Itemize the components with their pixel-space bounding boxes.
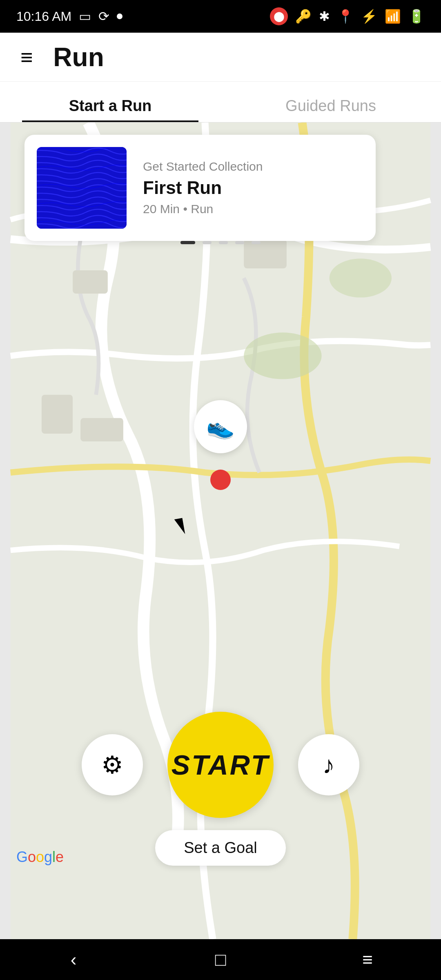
card-run-meta: 20 Min • Run	[143, 202, 363, 216]
back-nav-button[interactable]: ‹	[57, 943, 90, 976]
svg-rect-4	[42, 395, 73, 434]
svg-point-7	[330, 258, 392, 297]
home-nav-button[interactable]: □	[204, 943, 237, 976]
card-run-title: First Run	[143, 178, 363, 198]
set-goal-button[interactable]: Set a Goal	[155, 830, 286, 866]
menu-nav-button[interactable]: ≡	[351, 943, 384, 976]
record-cam-icon: ⬤	[274, 11, 285, 22]
tab-start-a-run[interactable]: Start a Run	[0, 82, 220, 122]
card-content: Get Started Collection First Run 20 Min …	[143, 160, 363, 216]
status-right-icons: ⬤ 🔑 ✱ 📍 ⚡ 📶 🔋	[270, 7, 425, 25]
map-area: Get Started Collection First Run 20 Min …	[0, 122, 441, 939]
location-dot	[210, 470, 231, 490]
status-left: 10:16 AM ▭ ⟳	[16, 9, 122, 24]
carousel-dot-4[interactable]	[235, 241, 244, 244]
tab-guided-runs-label: Guided Runs	[285, 97, 376, 122]
app-header: ≡ Run	[0, 33, 441, 82]
carousel-dots	[0, 241, 441, 244]
carousel-dot-2[interactable]	[203, 241, 212, 244]
start-button-label: START	[172, 749, 270, 781]
tab-guided-runs[interactable]: Guided Runs	[220, 82, 441, 122]
rotate-icon: ⟳	[98, 9, 109, 24]
status-bar: 10:16 AM ▭ ⟳ ⬤ 🔑 ✱ 📍 ⚡ 📶 🔋	[0, 0, 441, 33]
card-image-art	[37, 147, 127, 229]
svg-point-6	[244, 332, 321, 379]
key-icon: 🔑	[295, 9, 312, 24]
carousel-dot-5[interactable]	[252, 241, 261, 244]
shoe-icon: 👟	[206, 413, 235, 440]
featured-card[interactable]: Get Started Collection First Run 20 Min …	[24, 135, 376, 241]
back-icon: ‹	[71, 949, 77, 970]
video-icon: ▭	[79, 9, 91, 24]
carousel-dot-3[interactable]	[219, 241, 228, 244]
music-icon: ♪	[323, 751, 335, 779]
settings-button[interactable]: ⚙	[82, 734, 143, 795]
battery-icon: 🔋	[408, 9, 425, 24]
bluetooth-icon: ✱	[319, 9, 330, 24]
bottom-controls: ⚙ START ♪ Set a Goal	[0, 712, 441, 866]
music-button[interactable]: ♪	[298, 734, 359, 795]
app-title: Run	[53, 42, 104, 72]
nav-bar: ‹ □ ≡	[0, 939, 441, 980]
dot-indicator	[117, 13, 122, 19]
menu-icon: ≡	[362, 949, 373, 970]
svg-rect-5	[80, 418, 123, 441]
status-time: 10:16 AM	[16, 9, 71, 24]
shoe-button[interactable]: 👟	[194, 400, 247, 453]
card-collection-label: Get Started Collection	[143, 160, 363, 174]
tab-bar: Start a Run Guided Runs	[0, 82, 441, 122]
carousel-dot-1[interactable]	[180, 241, 195, 244]
power-icon: ⚡	[361, 9, 377, 24]
location-icon: 📍	[337, 9, 354, 24]
tab-start-a-run-label: Start a Run	[69, 97, 152, 122]
hamburger-menu-icon[interactable]: ≡	[20, 45, 33, 69]
settings-icon: ⚙	[101, 751, 123, 779]
start-button[interactable]: START	[167, 712, 274, 818]
record-icon: ⬤	[270, 7, 288, 25]
tab-active-underline	[22, 120, 198, 122]
card-image	[37, 147, 127, 229]
home-icon: □	[215, 949, 226, 970]
svg-rect-2	[73, 270, 108, 294]
controls-row: ⚙ START ♪	[82, 712, 359, 818]
wifi-icon: 📶	[385, 9, 401, 24]
